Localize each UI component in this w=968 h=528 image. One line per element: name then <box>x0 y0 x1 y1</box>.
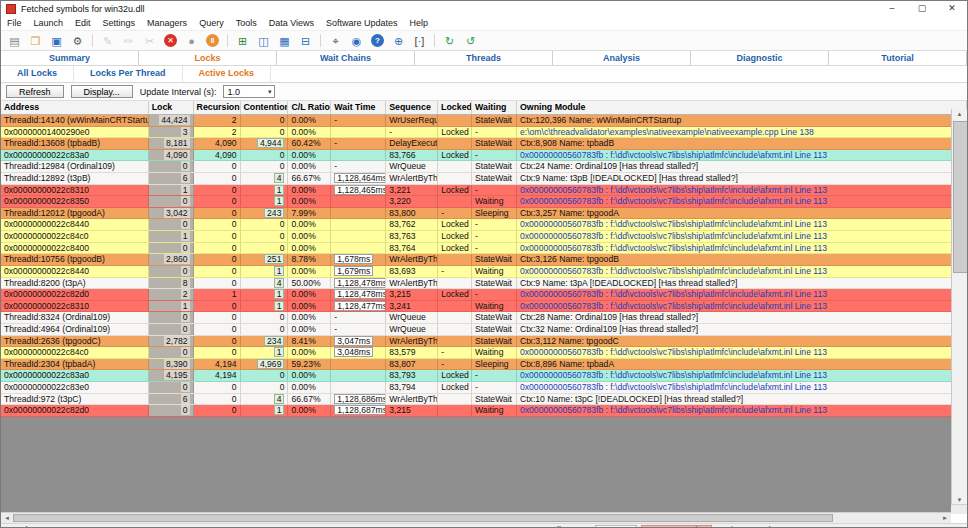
settings-gear-icon[interactable]: ⚙ <box>68 33 87 49</box>
menu-query[interactable]: Query <box>193 17 230 30</box>
cell-recursion: 4,194 <box>194 370 241 381</box>
cell-lock: 1 <box>149 231 194 242</box>
subtab-locks-per-thread[interactable]: Locks Per Thread <box>74 66 183 82</box>
menu-launch[interactable]: Launch <box>28 17 70 30</box>
table-row[interactable]: ThreadId:972 (t3pC)60466.67%1,128,686msW… <box>1 394 967 406</box>
cell-lock: 6 <box>149 173 194 184</box>
table-row[interactable]: 0x00000000022c82d02110.00%1,128,478ms3,2… <box>1 289 967 301</box>
close-button[interactable]: ✕ <box>937 1 967 17</box>
table-row[interactable]: 0x00000000022c83101010.00%1,128,465ms3,2… <box>1 185 967 197</box>
table-row[interactable]: ThreadId:8200 (t3pA)80450.00%1,128,478ms… <box>1 278 967 290</box>
table-row[interactable]: 0x00000000022c84400010.00%1,679ms83,693-… <box>1 266 967 278</box>
horizontal-scrollbar-thumb[interactable] <box>13 514 833 522</box>
scroll-right-icon[interactable]: ► <box>939 513 951 523</box>
minimize-button[interactable]: – <box>877 1 907 17</box>
table-row[interactable]: 0x00000000022c83a04,0904,09000.00%83,766… <box>1 150 967 162</box>
column-header-contention[interactable]: Contention <box>241 101 289 114</box>
column-header-address[interactable]: Address <box>1 101 149 114</box>
table-row[interactable]: 0x00000000022c83500010.00%3,220Waiting0x… <box>1 196 967 208</box>
cell-lock: 0 <box>149 312 194 323</box>
table-row[interactable]: ThreadId:4964 (Ordinal109)0000.00%-WrQue… <box>1 324 967 336</box>
cell-owning-module: Ctx:32 Name: Ordinal109 [Has thread stal… <box>517 324 967 335</box>
column-header-c-l-ratio[interactable]: C/L Ratio <box>288 101 331 114</box>
lock-count-value: 44,424 <box>159 115 189 125</box>
cell-lock: 2 <box>149 289 194 300</box>
column-header-recursion[interactable]: Recursion <box>194 101 241 114</box>
tab-locks[interactable]: Locks <box>139 51 277 65</box>
vertical-scrollbar-thumb[interactable] <box>953 121 968 273</box>
cell-waiting: Waiting <box>472 405 517 416</box>
view-split-icon[interactable]: ⊟ <box>296 33 315 49</box>
view-columns-icon[interactable]: ◫ <box>254 33 273 49</box>
cell-contention: 4,944 <box>241 138 289 149</box>
cell-c-l-ratio: 66.67% <box>288 394 331 405</box>
refresh-icon[interactable]: ↻ <box>440 33 459 49</box>
globe-icon[interactable]: ⊕ <box>389 33 408 49</box>
table-row[interactable]: 0x00000000022c84c01000.00%83,763Locked-0… <box>1 231 967 243</box>
zoom-icon[interactable]: ⌖ <box>326 33 345 49</box>
menu-data-views[interactable]: Data Views <box>263 17 320 30</box>
column-header-lock[interactable]: Lock <box>149 101 194 114</box>
column-header-wait-time[interactable]: Wait Time <box>331 101 386 114</box>
column-header-owning-module[interactable]: Owning Module <box>517 101 967 114</box>
update-interval-select[interactable]: 1.0 ▾ <box>223 85 275 98</box>
save-icon[interactable]: ▣ <box>47 33 66 49</box>
pause-icon[interactable]: ‖ <box>206 34 219 47</box>
tab-threads[interactable]: Threads <box>415 51 553 65</box>
table-row[interactable]: ThreadId:2304 (tpbadA)8,3904,1944,96959.… <box>1 359 967 371</box>
refresh-all-icon[interactable]: ↺ <box>461 33 480 49</box>
table-row[interactable]: 0x00000000022c84000000.00%83,764Locked-0… <box>1 243 967 255</box>
menu-tools[interactable]: Tools <box>230 17 263 30</box>
table-row[interactable]: 0x00000000022c83a04,1954,19400.00%83,793… <box>1 370 967 382</box>
table-row[interactable]: ThreadId:12984 (Ordinal109)0000.00%-WrQu… <box>1 161 967 173</box>
column-header-sequence[interactable]: Sequence <box>386 101 438 114</box>
tab-analysis[interactable]: Analysis <box>553 51 691 65</box>
table-row[interactable]: ThreadId:8324 (Ordinal109)0000.00%-WrQue… <box>1 312 967 324</box>
menu-managers[interactable]: Managers <box>141 17 193 30</box>
stop-icon[interactable]: ✕ <box>164 34 177 47</box>
cell-c-l-ratio: 66.67% <box>288 173 331 184</box>
record-icon[interactable]: ● <box>182 33 201 49</box>
table-row[interactable]: 0x00000000022c84c00010.00%3,048ms83,579-… <box>1 347 967 359</box>
info-icon[interactable]: ◉ <box>347 33 366 49</box>
menu-file[interactable]: File <box>1 17 28 30</box>
add-view-icon[interactable]: ⊞ <box>233 33 252 49</box>
refresh-button[interactable]: Refresh <box>6 85 64 98</box>
tab-tutorial[interactable]: Tutorial <box>829 51 967 65</box>
brackets-icon[interactable]: [·] <box>410 33 429 49</box>
cell-waiting: Sleeping <box>472 208 517 219</box>
help-icon[interactable]: ? <box>371 34 384 47</box>
menu-edit[interactable]: Edit <box>69 17 97 30</box>
tab-diagnostic[interactable]: Diagnostic <box>691 51 829 65</box>
open-folder-icon[interactable]: ❐ <box>26 33 45 49</box>
tab-summary[interactable]: Summary <box>1 51 139 65</box>
view-grid-icon[interactable]: ▦ <box>275 33 294 49</box>
tab-wait-chains[interactable]: Wait Chains <box>277 51 415 65</box>
subtab-all-locks[interactable]: All Locks <box>1 66 74 82</box>
menu-settings[interactable]: Settings <box>97 17 142 30</box>
table-row[interactable]: 0x00000000022c84400000.00%83,762Locked-0… <box>1 219 967 231</box>
table-row[interactable]: 0x00000000022c83101010.00%1,128,477ms3,2… <box>1 301 967 313</box>
column-header-locked[interactable]: Locked <box>438 101 472 114</box>
table-row[interactable]: 0x00000000022c82d00010.00%1,128,687ms3,2… <box>1 405 967 417</box>
scroll-up-icon[interactable]: ▲ <box>952 109 967 120</box>
scroll-left-icon[interactable]: ◄ <box>1 513 13 523</box>
cell-waiting: Sleeping <box>472 359 517 370</box>
horizontal-scrollbar[interactable]: ◄ ► <box>1 512 951 523</box>
new-file-icon[interactable]: ▤ <box>5 33 24 49</box>
table-row[interactable]: ThreadId:14140 (wWinMainCRTStartup)44,42… <box>1 115 967 127</box>
maximize-button[interactable]: ▢ <box>907 1 937 17</box>
vertical-scrollbar[interactable]: ▲ ▼ <box>951 109 967 506</box>
table-row[interactable]: ThreadId:2636 (tpgoodC)2,78202348.41%3,0… <box>1 336 967 348</box>
table-row[interactable]: ThreadId:12012 (tpgoodA)3,04202437.99%83… <box>1 208 967 220</box>
table-row[interactable]: ThreadId:10756 (tpgoodB)2,86002518.78%1,… <box>1 254 967 266</box>
column-header-waiting[interactable]: Waiting <box>472 101 517 114</box>
menu-help[interactable]: Help <box>404 17 435 30</box>
subtab-active-locks[interactable]: Active Locks <box>183 66 272 82</box>
table-row[interactable]: 0x00000000022c83e00000.00%83,794Locked-0… <box>1 382 967 394</box>
table-row[interactable]: 0x00000001400290e03200.00%-Locked-e:\om\… <box>1 127 967 139</box>
table-row[interactable]: ThreadId:12892 (t3pB)60466.67%1,128,464m… <box>1 173 967 185</box>
menu-software-updates[interactable]: Software Updates <box>320 17 404 30</box>
table-row[interactable]: ThreadId:13608 (tpbadB)8,1814,0904,94460… <box>1 138 967 150</box>
display-button[interactable]: Display... <box>71 85 133 98</box>
